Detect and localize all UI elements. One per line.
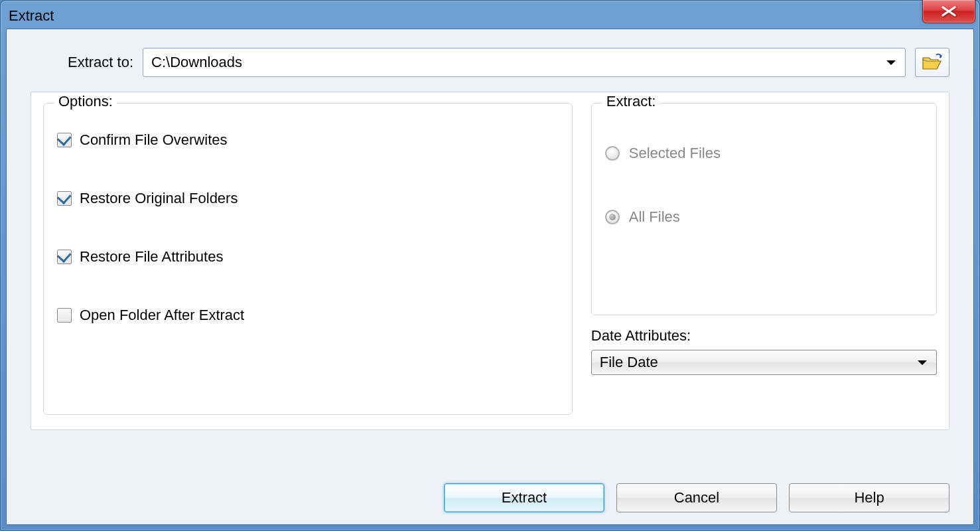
- restore-attributes-checkbox[interactable]: [57, 250, 72, 264]
- date-attributes-value: File Date: [600, 354, 658, 371]
- chevron-down-icon[interactable]: [885, 54, 897, 71]
- confirm-overwrites-label: Confirm File Overwites: [80, 131, 227, 149]
- restore-attributes-row[interactable]: Restore File Attributes: [57, 248, 559, 266]
- extract-button[interactable]: Extract: [444, 483, 604, 512]
- open-after-extract-checkbox[interactable]: [57, 308, 72, 323]
- extract-path-input[interactable]: C:\Downloads: [143, 48, 906, 77]
- close-button[interactable]: [922, 0, 975, 23]
- confirm-overwrites-checkbox[interactable]: [57, 133, 72, 147]
- help-button[interactable]: Help: [789, 483, 949, 512]
- date-attributes-dropdown[interactable]: File Date: [591, 350, 937, 375]
- selected-files-radio: [605, 146, 620, 161]
- close-icon: [940, 5, 957, 17]
- extract-path-row: Extract to: C:\Downloads: [31, 48, 949, 77]
- window-title: Extract: [9, 7, 54, 25]
- extract-dialog: Extract Extract to: C:\Downloads: [0, 0, 980, 531]
- all-files-row: All Files: [605, 208, 923, 226]
- folder-open-icon: [921, 53, 944, 72]
- date-attributes-label: Date Attributes:: [591, 327, 937, 344]
- right-column: Extract: Selected Files All Files Date A…: [591, 103, 937, 415]
- titlebar[interactable]: Extract: [6, 6, 974, 26]
- restore-folders-row[interactable]: Restore Original Folders: [57, 190, 559, 207]
- button-row: Extract Cancel Help: [444, 483, 949, 512]
- extract-scope-fieldset: Extract: Selected Files All Files: [591, 103, 937, 315]
- restore-attributes-label: Restore File Attributes: [80, 248, 223, 266]
- cancel-button[interactable]: Cancel: [616, 483, 777, 512]
- open-after-extract-label: Open Folder After Extract: [80, 307, 244, 324]
- extract-button-label: Extract: [502, 489, 547, 506]
- selected-files-label: Selected Files: [629, 145, 721, 162]
- options-fieldset: Options: Confirm File Overwites Restore …: [43, 103, 573, 415]
- cancel-button-label: Cancel: [674, 489, 719, 506]
- extract-path-value: C:\Downloads: [151, 54, 242, 71]
- restore-folders-checkbox[interactable]: [57, 191, 72, 206]
- chevron-down-icon: [916, 354, 928, 371]
- panels: Options: Confirm File Overwites Restore …: [31, 92, 949, 430]
- extract-scope-legend: Extract:: [602, 93, 660, 110]
- all-files-label: All Files: [629, 208, 680, 226]
- open-after-extract-row[interactable]: Open Folder After Extract: [57, 307, 559, 324]
- confirm-overwrites-row[interactable]: Confirm File Overwites: [57, 131, 559, 149]
- restore-folders-label: Restore Original Folders: [80, 190, 238, 207]
- client-area: Extract to: C:\Downloads Options:: [6, 29, 974, 525]
- help-button-label: Help: [854, 489, 884, 506]
- browse-folder-button[interactable]: [915, 48, 949, 77]
- extract-to-label: Extract to:: [68, 54, 133, 71]
- options-legend: Options:: [54, 93, 117, 110]
- all-files-radio: [605, 210, 620, 224]
- selected-files-row: Selected Files: [605, 145, 923, 162]
